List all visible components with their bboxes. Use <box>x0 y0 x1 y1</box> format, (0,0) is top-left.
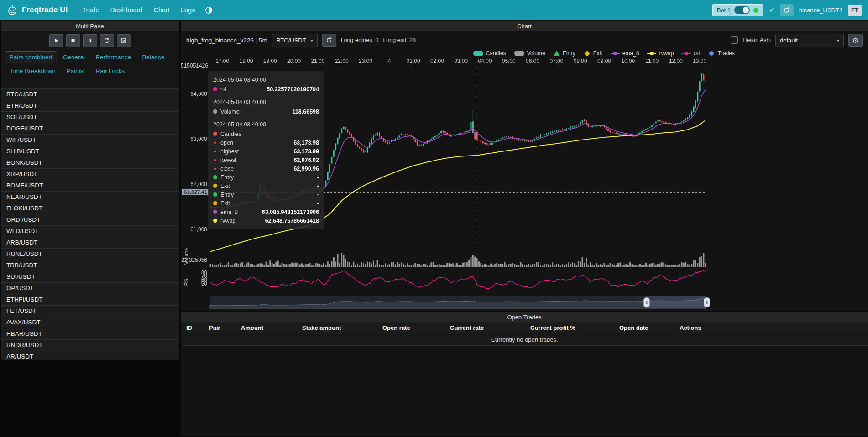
nav-link-chart[interactable]: Chart <box>153 6 169 14</box>
open-trades-panel: Open Trades IDPairAmountStake amountOpen… <box>181 312 868 436</box>
pair-item-floki-usdt[interactable]: FLOKI/USDT <box>1 203 179 214</box>
bot-toggle[interactable] <box>734 6 750 14</box>
candles-series-dot-icon <box>213 132 217 136</box>
brand-title: Freqtrade UI <box>22 5 68 15</box>
pair-item-xrp-usdt[interactable]: XRP/USDT <box>1 169 179 180</box>
brand[interactable]: Freqtrade UI <box>6 4 68 16</box>
pair-item-avax-usdt[interactable]: AVAX/USDT <box>1 317 179 328</box>
navigator-handle-left[interactable]: ‖ <box>643 297 650 307</box>
pair-item-bome-usdt[interactable]: BOME/USDT <box>1 180 179 192</box>
refresh-button[interactable] <box>780 4 794 16</box>
pair-item-fet-usdt[interactable]: FET/USDT <box>1 306 179 317</box>
plot-settings-button[interactable]: ⚙ <box>848 34 863 47</box>
tooltip-row-label: rsi <box>220 86 226 93</box>
multi-pane-header: Multi Pane <box>1 21 179 31</box>
tab-pair-locks[interactable]: Pair Locks <box>91 65 130 77</box>
pair-item-bonk-usdt[interactable]: BONK/USDT <box>1 157 179 169</box>
chart-refresh-button[interactable] <box>322 34 336 47</box>
pair-item-rndr-usdt[interactable]: RNDR/USDT <box>1 340 179 351</box>
pair-item-ethfi-usdt[interactable]: ETHFI/USDT <box>1 294 179 306</box>
navbar: Freqtrade UI TradeDashboardChartLogs Bot… <box>0 0 868 20</box>
legend-item-exit[interactable]: Exit <box>584 50 602 57</box>
tooltip-row-exit: Exit- <box>213 182 319 190</box>
pair-item-wif-usdt[interactable]: WIF/USDT <box>1 135 179 146</box>
legend-label: rvwap <box>659 50 674 57</box>
candles-legend-marker-icon <box>473 51 483 56</box>
tab-time-breakdown[interactable]: Time Breakdown <box>5 65 61 77</box>
pair-item-near-usdt[interactable]: NEAR/USDT <box>1 192 179 203</box>
nav-link-trade[interactable]: Trade <box>82 6 99 14</box>
tooltip-row-entry: Entry- <box>213 173 319 182</box>
tab-balance[interactable]: Balance <box>137 51 169 63</box>
pair-item-eth-usdt[interactable]: ETH/USDT <box>1 100 179 112</box>
tooltip-row-volume: Volume118.66598 <box>213 107 319 116</box>
bot-name: Bot 1 <box>717 7 731 14</box>
navigator-handle-right[interactable]: ‖ <box>704 297 710 307</box>
tab-performance[interactable]: Performance <box>91 51 136 63</box>
bot-status-online-dot <box>753 8 758 13</box>
pair-item-btc-usdt[interactable]: BTC/USDT <box>1 89 179 100</box>
tooltip-row-label: Exit <box>220 183 230 189</box>
legend-item-rvwap[interactable]: rvwap <box>647 50 674 57</box>
nav-link-logs[interactable]: Logs <box>181 6 195 14</box>
chart-close-icon <box>120 37 127 44</box>
pair-item-sui-usdt[interactable]: SUI/USDT <box>1 271 179 283</box>
tooltip-row-rsi: rsi50.22577020190704 <box>213 85 319 94</box>
nav-link-dashboard[interactable]: Dashboard <box>110 6 142 14</box>
legend-item-volume[interactable]: Volume <box>514 50 545 57</box>
play-button[interactable] <box>49 34 63 47</box>
legend-item-ema-8[interactable]: ema_8 <box>611 50 639 57</box>
tab-general[interactable]: General <box>58 51 90 63</box>
check-icon[interactable]: ✓ <box>769 6 774 14</box>
pair-item-ar-usdt[interactable]: AR/USDT <box>1 351 179 360</box>
tooltip-row-lowest: lowest62,976.02 <box>213 156 319 164</box>
tooltip-row-label: Candles <box>220 131 241 137</box>
column-header-pair: Pair <box>204 322 235 334</box>
tooltip-row-label: Entry <box>220 192 234 198</box>
pair-item-wld-usdt[interactable]: WLD/USDT <box>1 226 179 237</box>
heikin-ashi-checkbox[interactable] <box>731 36 738 44</box>
pair-select[interactable]: BTC/USDT ▾ <box>272 34 318 47</box>
pair-item-trb-usdt[interactable]: TRB/USDT <box>1 260 179 271</box>
open-trades-header: Open Trades <box>181 312 868 322</box>
tooltip-row-value: 63,085.948152171906 <box>262 209 319 215</box>
open-series-dot-icon <box>214 142 216 144</box>
tooltip-row-value: 62,976.02 <box>293 157 319 163</box>
reload-button[interactable] <box>100 34 114 47</box>
bot-selector[interactable]: Bot 1 <box>712 4 763 16</box>
pair-item-sol-usdt[interactable]: SOL/USDT <box>1 112 179 123</box>
tab-pairs-combined[interactable]: Pairs combined <box>5 51 57 63</box>
pair-item-hbar-usdt[interactable]: HBAR/USDT <box>1 328 179 340</box>
tooltip-row-value: 118.66598 <box>293 109 319 115</box>
column-header-amount: Amount <box>235 322 297 334</box>
pause-button[interactable] <box>83 34 97 47</box>
pair-item-ordi-usdt[interactable]: ORDI/USDT <box>1 214 179 226</box>
stop-button[interactable] <box>66 34 80 47</box>
pair-item-arb-usdt[interactable]: ARB/USDT <box>1 237 179 249</box>
legend-item-entry[interactable]: Entry <box>554 50 575 57</box>
chart-legend: CandlesVolumeEntryExitema_8rvwaprsiTrade… <box>181 48 868 58</box>
heikin-ashi-label: Heikin Ashi <box>743 37 771 43</box>
legend-item-candles[interactable]: Candles <box>473 50 506 57</box>
pause-icon <box>87 37 93 44</box>
legend-item-rsi[interactable]: rsi <box>682 50 700 57</box>
tooltip-row-label: Entry <box>220 174 234 181</box>
avatar[interactable]: FT <box>848 5 862 16</box>
tooltip-row-label: close <box>220 166 234 172</box>
pair-item-rune-usdt[interactable]: RUNE/USDT <box>1 249 179 260</box>
tab-pairlist[interactable]: Pairlist <box>62 65 90 77</box>
legend-item-trades[interactable]: Trades <box>708 50 735 57</box>
nav-links: TradeDashboardChartLogs <box>82 6 195 14</box>
pair-item-doge-usdt[interactable]: DOGE/USDT <box>1 123 179 135</box>
tooltip-row-highest: highest63,173.99 <box>213 147 319 156</box>
theme-toggle-icon[interactable] <box>205 6 213 14</box>
exit-series-dot-icon <box>213 201 217 205</box>
plot-config-select[interactable]: default ▾ <box>775 34 844 47</box>
reload-icon <box>104 37 110 44</box>
rsi-series-dot-icon <box>213 87 217 91</box>
pair-item-op-usdt[interactable]: OP/USDT <box>1 283 179 294</box>
chart-close-button[interactable] <box>117 34 131 47</box>
long-entries-label: Long entries: 0 <box>341 37 379 43</box>
close-series-dot-icon <box>214 168 216 170</box>
pair-item-shib-usdt[interactable]: SHIB/USDT <box>1 146 179 157</box>
